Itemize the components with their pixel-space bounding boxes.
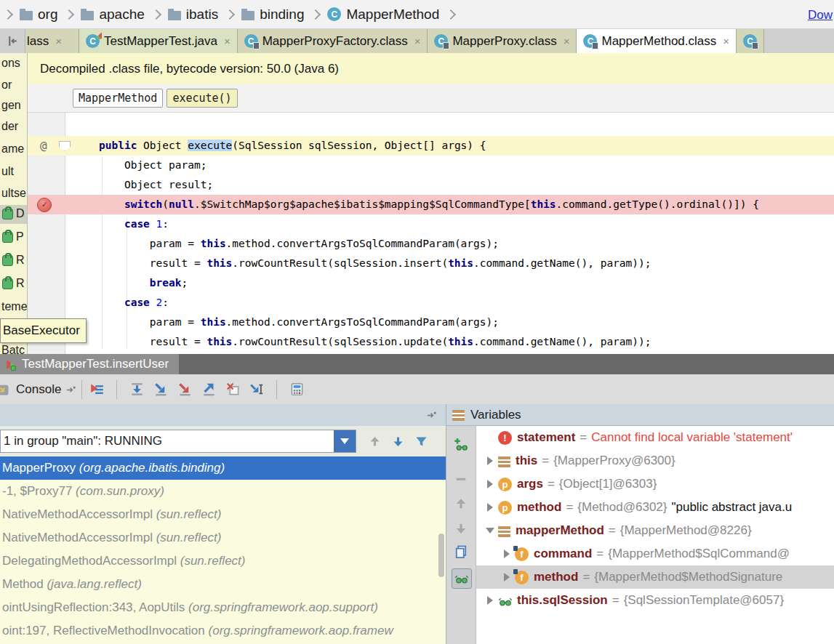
breadcrumb-item-apache[interactable]: apache	[81, 7, 144, 23]
frame-row[interactable]: ointUsingReflection:343, AopUtils (org.s…	[0, 596, 446, 619]
frame-row[interactable]: Method (java.lang.reflect)	[0, 573, 446, 596]
tab-partial[interactable]: C	[737, 29, 764, 53]
frame-method: DelegatingMethodAccessorImpl	[2, 554, 180, 568]
thread-dropdown-button[interactable]	[334, 430, 356, 452]
variable-row-command[interactable]: fcommand={MapperMethod$SqlCommand@	[476, 542, 834, 565]
code-line[interactable]: Object param;	[27, 156, 834, 175]
cutoff-item[interactable]: teme	[1, 300, 28, 313]
frame-up-icon[interactable]	[365, 432, 384, 451]
cutoff-item[interactable]: R	[16, 254, 25, 267]
close-tab-icon[interactable]: ×	[414, 35, 421, 47]
tab-lass[interactable]: lass×	[25, 29, 79, 53]
cutoff-item[interactable]: Batc	[1, 344, 25, 354]
cutoff-item[interactable]: ult	[1, 165, 14, 178]
annotation-icon[interactable]: @	[40, 136, 47, 156]
cutoff-item[interactable]: der	[1, 120, 18, 133]
frame-row[interactable]: NativeMethodAccessorImpl (sun.reflect)	[0, 526, 446, 550]
expander-icon[interactable]	[482, 528, 498, 534]
tab-MapperProxy.class[interactable]: CMapperProxy.class×	[428, 29, 577, 53]
code-line[interactable]: case 1:	[27, 214, 834, 234]
cutoff-item[interactable]: P	[16, 230, 24, 243]
move-down-icon[interactable]	[452, 519, 470, 538]
frame-row[interactable]: NativeMethodAccessorImpl (sun.reflect)	[0, 503, 446, 526]
frame-row[interactable]: oint:197, ReflectiveMethodInvocation (or…	[0, 619, 446, 643]
frame-row[interactable]: -1, $Proxy77 (com.sun.proxy)	[0, 480, 446, 503]
show-execution-point-icon[interactable]	[87, 380, 106, 399]
breadcrumb-item-ibatis[interactable]: ibatis	[168, 7, 218, 23]
show-watches-icon[interactable]	[452, 568, 472, 589]
frames-panel: 1 in group "main": RUNNING MapperProxy (…	[0, 426, 446, 644]
drop-frame-icon[interactable]	[223, 380, 242, 399]
force-step-into-icon[interactable]	[175, 380, 194, 399]
cutoff-item[interactable]: D	[16, 207, 25, 220]
breadcrumb-item-binding[interactable]: binding	[241, 7, 304, 23]
breadcrumb-chip-execute()[interactable]: execute()	[167, 89, 237, 108]
frame-down-icon[interactable]	[388, 432, 407, 451]
debug-session-tab[interactable]: TestMapperTest.insertUser	[0, 354, 179, 374]
filter-frames-icon[interactable]	[412, 432, 430, 451]
scroll-tabs-left-icon[interactable]	[0, 29, 25, 53]
expander-icon[interactable]	[482, 456, 498, 465]
panel-arrow-icon[interactable]	[426, 409, 437, 423]
code-editor[interactable]: @public Object execute(SqlSession sqlSes…	[0, 113, 834, 354]
expander-icon[interactable]	[482, 503, 498, 512]
variable-row-method[interactable]: fmethod={MapperMethod$MethodSignature	[476, 565, 834, 589]
frame-row[interactable]: DelegatingMethodAccessorImpl (sun.reflec…	[0, 550, 446, 573]
breadcrumb-item-org[interactable]: org	[20, 7, 57, 23]
breadcrumb-chip-MapperMethod[interactable]: MapperMethod	[73, 89, 163, 108]
variable-row-this[interactable]: this={MapperProxy@6300}	[476, 449, 834, 472]
variable-row-statement[interactable]: !statement=Cannot find local variable 's…	[476, 426, 834, 449]
code-line[interactable]: ✓ switch(null.$SwitchMap$org$apache$ibat…	[27, 195, 834, 214]
add-watch-icon[interactable]	[452, 435, 470, 454]
step-into-icon[interactable]	[151, 380, 170, 399]
move-up-icon[interactable]	[452, 494, 470, 513]
cutoff-item[interactable]: ame	[1, 142, 24, 156]
code-line[interactable]: result = this.rowCountResult(sqlSession.…	[27, 332, 834, 352]
cutoff-item[interactable]: ultse	[1, 187, 26, 200]
code-line[interactable]: @public Object execute(SqlSession sqlSes…	[27, 136, 834, 156]
frame-method: MapperProxy	[2, 461, 79, 475]
evaluate-expression-icon[interactable]	[287, 380, 306, 399]
download-sources-link[interactable]: Dow	[808, 8, 833, 23]
variable-row-method[interactable]: pmethod={Method@6302}"public abstract ja…	[476, 496, 834, 519]
cutoff-item[interactable]: ons	[1, 57, 20, 70]
expander-icon[interactable]	[499, 573, 515, 581]
close-tab-icon[interactable]: ×	[55, 35, 62, 47]
console-pin-icon[interactable]	[65, 384, 76, 395]
expander-icon[interactable]	[482, 480, 498, 488]
code-line[interactable]: case 2:	[27, 293, 834, 313]
cutoff-item[interactable]: R	[16, 277, 25, 290]
close-tab-icon[interactable]: ×	[723, 35, 729, 47]
close-tab-icon[interactable]: ×	[564, 35, 570, 47]
code-line[interactable]: Object result;	[27, 175, 834, 195]
close-tab-icon[interactable]: ×	[224, 35, 230, 47]
variable-row-this.sqlSession[interactable]: this.sqlSession={SqlSessionTemplate@6057…	[476, 589, 834, 612]
thread-selector[interactable]: 1 in group "main": RUNNING	[0, 430, 356, 453]
remove-watch-icon[interactable]	[452, 470, 470, 488]
console-tab-label[interactable]: Console	[16, 382, 61, 397]
variable-row-args[interactable]: pargs={Object[1]@6303}	[476, 472, 834, 496]
breakpoint-icon[interactable]: ✓	[37, 198, 52, 212]
expander-icon[interactable]	[499, 550, 515, 558]
run-to-cursor-icon[interactable]	[247, 380, 266, 399]
tab-TestMapperTest.java[interactable]: CTestMapperTest.java×	[79, 29, 238, 53]
fold-marker-icon[interactable]	[59, 141, 71, 151]
breadcrumb-item-MapperMethod[interactable]: CMapperMethod	[327, 7, 439, 23]
code-line[interactable]: break;	[27, 273, 834, 293]
tab-MapperMethod.class[interactable]: CMapperMethod.class×	[577, 29, 737, 53]
collapsed-triangle-icon	[487, 503, 493, 512]
cutoff-item[interactable]: gen	[1, 99, 21, 112]
step-out-icon[interactable]	[199, 380, 218, 399]
frames-scrollbar[interactable]	[438, 534, 444, 577]
frame-row[interactable]: MapperProxy (org.apache.ibatis.binding)	[0, 456, 446, 480]
code-line[interactable]: param = this.method.convertArgsToSqlComm…	[27, 234, 834, 254]
code-line[interactable]: param = this.method.convertArgsToSqlComm…	[27, 313, 834, 332]
expander-icon[interactable]	[482, 596, 498, 605]
duplicate-icon[interactable]	[452, 542, 470, 561]
variable-row-mapperMethod[interactable]: mapperMethod={MapperMethod@8226}	[476, 519, 834, 542]
variable-name: statement	[517, 430, 575, 445]
step-over-icon[interactable]	[127, 380, 146, 399]
code-line[interactable]: result = this.rowCountResult(sqlSession.…	[27, 254, 834, 273]
tab-MapperProxyFactory.class[interactable]: CMapperProxyFactory.class×	[238, 29, 428, 53]
cutoff-item[interactable]: or	[1, 79, 12, 92]
